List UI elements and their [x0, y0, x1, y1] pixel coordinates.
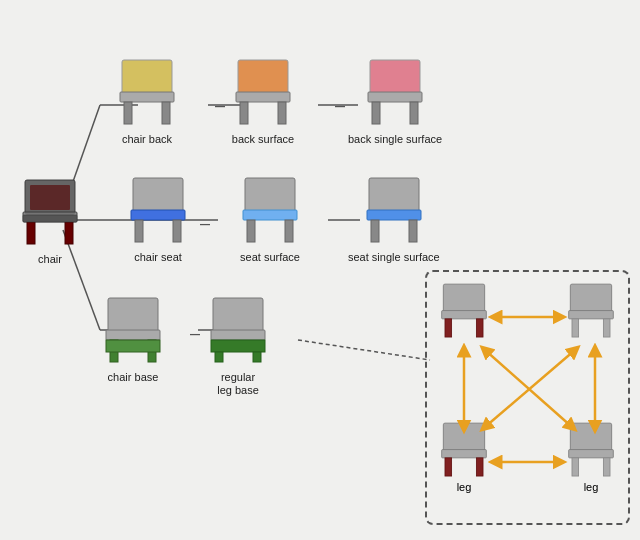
svg-rect-20 [124, 102, 132, 124]
svg-rect-39 [367, 210, 421, 220]
dash-top-1: – [215, 95, 225, 116]
box-leg-label-bl: leg [457, 481, 472, 493]
box-chair-br-icon [562, 419, 620, 481]
chair-back-icon [112, 55, 182, 130]
svg-rect-19 [120, 92, 174, 102]
seat-surface: seat surface [235, 173, 305, 264]
svg-rect-29 [410, 102, 418, 124]
svg-rect-53 [442, 311, 487, 319]
svg-rect-64 [570, 423, 611, 452]
chair-base: chair base [98, 293, 168, 384]
dash-bot: – [190, 323, 200, 344]
svg-rect-31 [131, 210, 185, 220]
svg-rect-63 [476, 458, 483, 476]
dash-mid: – [200, 213, 210, 234]
svg-rect-51 [253, 352, 261, 362]
back-surface-icon [228, 55, 298, 130]
seat-surface-label: seat surface [240, 251, 300, 264]
svg-rect-55 [476, 319, 483, 337]
svg-rect-50 [215, 352, 223, 362]
svg-rect-27 [368, 92, 422, 102]
svg-rect-61 [442, 450, 487, 458]
svg-rect-40 [371, 220, 379, 242]
svg-rect-38 [369, 178, 419, 213]
box-chair-bl-icon [435, 419, 493, 481]
svg-rect-24 [240, 102, 248, 124]
svg-line-10 [298, 340, 430, 360]
svg-rect-47 [213, 298, 263, 333]
svg-rect-58 [572, 319, 579, 337]
back-surface-label: back surface [232, 133, 294, 146]
svg-rect-26 [370, 60, 420, 95]
svg-rect-35 [243, 210, 297, 220]
svg-rect-36 [247, 220, 255, 242]
svg-rect-59 [603, 319, 610, 337]
svg-line-74 [485, 350, 575, 427]
seat-surface-icon [235, 173, 305, 248]
box-chair-top-right [562, 280, 620, 342]
svg-rect-21 [162, 102, 170, 124]
regular-leg-base-icon [203, 293, 273, 368]
svg-rect-60 [443, 423, 484, 452]
svg-rect-30 [133, 178, 183, 213]
box-chair-tl-icon [435, 280, 493, 342]
box-chair-bottom-left: leg [435, 419, 493, 493]
svg-rect-43 [106, 330, 160, 340]
svg-rect-42 [108, 298, 158, 333]
chair-main-label: chair [38, 253, 62, 266]
svg-rect-66 [572, 458, 579, 476]
svg-rect-23 [236, 92, 290, 102]
svg-rect-25 [278, 102, 286, 124]
svg-rect-54 [445, 319, 452, 337]
svg-line-73 [485, 350, 572, 427]
chair-back-label: chair back [122, 133, 172, 146]
svg-rect-33 [173, 220, 181, 242]
back-single-surface: back single surface [348, 55, 442, 146]
svg-rect-15 [23, 215, 77, 222]
svg-rect-57 [569, 311, 614, 319]
svg-rect-56 [570, 284, 611, 313]
svg-rect-49 [211, 340, 265, 352]
chair-main-icon [15, 175, 85, 250]
svg-rect-18 [122, 60, 172, 95]
seat-single-surface-icon [359, 173, 429, 248]
box-chair-top-left [435, 280, 493, 342]
chair-seat: chair seat [123, 173, 193, 264]
svg-rect-17 [30, 185, 70, 210]
svg-rect-13 [27, 222, 35, 244]
chair-seat-label: chair seat [134, 251, 182, 264]
svg-rect-37 [285, 220, 293, 242]
box-chair-tr-icon [562, 280, 620, 342]
leg-variants-box: leg leg [425, 270, 630, 525]
svg-rect-32 [135, 220, 143, 242]
regular-leg-base: regular leg base [203, 293, 273, 397]
chair-base-icon [98, 293, 168, 368]
chair-seat-icon [123, 173, 193, 248]
box-leg-label-br: leg [584, 481, 599, 493]
svg-rect-34 [245, 178, 295, 213]
seat-single-surface-label: seat single surface [348, 251, 440, 264]
back-single-surface-icon [360, 55, 430, 130]
back-single-surface-label: back single surface [348, 133, 442, 146]
svg-rect-46 [106, 340, 160, 352]
regular-leg-base-label: regular leg base [217, 371, 259, 397]
svg-rect-48 [211, 330, 265, 340]
svg-rect-67 [603, 458, 610, 476]
back-surface: back surface [228, 55, 298, 146]
svg-rect-28 [372, 102, 380, 124]
chair-base-label: chair base [108, 371, 159, 384]
svg-rect-14 [65, 222, 73, 244]
diagram: chair chair back back surface back singl… [0, 0, 640, 540]
box-chair-bottom-right: leg [562, 419, 620, 493]
chair-main: chair [15, 175, 85, 266]
svg-rect-41 [409, 220, 417, 242]
svg-rect-62 [445, 458, 452, 476]
svg-rect-52 [443, 284, 484, 313]
svg-rect-22 [238, 60, 288, 95]
dash-top-2: – [335, 95, 345, 116]
chair-back: chair back [112, 55, 182, 146]
seat-single-surface: seat single surface [348, 173, 440, 264]
svg-rect-65 [569, 450, 614, 458]
